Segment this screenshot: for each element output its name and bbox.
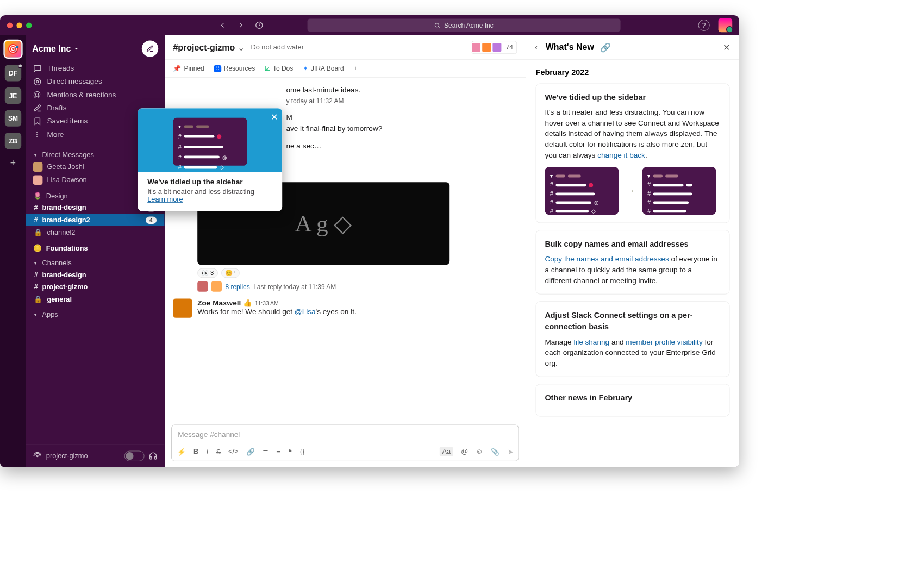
unread-badge: 4 xyxy=(146,216,157,224)
release-date: February 2022 xyxy=(536,68,730,78)
send-button[interactable]: ➤ xyxy=(508,448,513,456)
lock-icon: 🔒 xyxy=(34,295,42,303)
channel-item[interactable]: 🔒channel2 xyxy=(26,226,164,239)
workspace-tile[interactable]: JE xyxy=(5,87,21,104)
shortcuts-icon[interactable]: ⚡ xyxy=(177,448,186,456)
whats-new-card: We've tidied up the sidebar It's a bit n… xyxy=(536,84,730,223)
file-sharing-link[interactable]: file sharing xyxy=(573,337,609,346)
chevron-down-icon xyxy=(73,46,79,51)
bold-button[interactable]: B xyxy=(193,448,198,455)
add-bookmark-button[interactable]: + xyxy=(353,65,357,72)
channel-item[interactable]: #project-gizmo xyxy=(26,281,164,293)
maximize-window-icon[interactable] xyxy=(26,22,32,28)
learn-more-link[interactable]: Learn more xyxy=(147,196,183,203)
hash-icon: # xyxy=(34,216,38,224)
caret-icon: ▼ xyxy=(33,152,38,158)
user-avatar[interactable] xyxy=(719,18,733,33)
huddle-bar: project-gizmo xyxy=(26,445,164,467)
huddle-toggle[interactable] xyxy=(124,451,145,461)
codeblock-button[interactable]: {} xyxy=(300,448,305,455)
strike-button[interactable]: S̶ xyxy=(216,448,221,456)
avatar xyxy=(173,299,192,318)
nav-direct-messages[interactable]: Direct messages xyxy=(26,75,164,88)
format-toggle[interactable]: Aa xyxy=(440,447,453,456)
emoji-button[interactable]: ☺ xyxy=(476,448,483,455)
channel-topic[interactable]: Do not add water xyxy=(251,43,303,51)
chevron-down-icon: ⌄ xyxy=(238,42,245,52)
history-button[interactable] xyxy=(252,18,266,33)
ordered-list-button[interactable]: ≣ xyxy=(263,448,268,456)
message-timestamp: 11:33 AM xyxy=(255,301,279,307)
composer-toolbar: ⚡ B I S̶ </> 🔗 ≣ ≡ ❝ {} Aa @ ☺ xyxy=(172,445,519,461)
bookmark-jira[interactable]: ✦JIRA Board xyxy=(303,65,344,72)
message-composer[interactable]: Message #channel ⚡ B I S̶ </> 🔗 ≣ ≡ ❝ {}… xyxy=(171,425,519,461)
arrow-right-icon: → xyxy=(626,184,635,198)
search-input[interactable]: Search Acme Inc xyxy=(307,18,620,32)
workspace-tile[interactable]: ZB xyxy=(5,133,21,149)
link-icon[interactable]: 🔗 xyxy=(600,42,611,52)
titlebar: Search Acme Inc ? xyxy=(0,15,739,35)
copy-names-link[interactable]: Copy the names and email addresses xyxy=(545,255,669,263)
card-title: Bulk copy names and email addresses xyxy=(545,239,720,250)
help-button[interactable]: ? xyxy=(698,20,710,31)
message-author[interactable]: Zoe Maxwell xyxy=(197,299,241,307)
mention[interactable]: @Lisa xyxy=(295,308,316,316)
svg-point-3 xyxy=(36,80,39,83)
workspace-menu[interactable]: Acme Inc xyxy=(32,43,79,53)
avatar xyxy=(471,42,482,52)
thread-summary[interactable]: 8 replies Last reply today at 11:39 AM xyxy=(197,281,517,292)
back-button[interactable] xyxy=(215,18,230,33)
italic-button[interactable]: I xyxy=(207,448,209,455)
profile-visibility-link[interactable]: member profile visibility xyxy=(626,337,702,346)
whats-new-card: Other news in February xyxy=(536,384,730,416)
add-reaction-button[interactable]: 😊⁺ xyxy=(221,268,240,278)
attach-button[interactable]: 📎 xyxy=(491,448,500,456)
section-apps[interactable]: ▼Apps xyxy=(26,305,164,320)
members-button[interactable]: 74 xyxy=(471,41,517,54)
compose-button[interactable] xyxy=(142,40,158,57)
workspace-tile[interactable]: DF xyxy=(5,65,21,81)
avatar xyxy=(33,162,43,172)
nav-mentions[interactable]: @Mentions & reactions xyxy=(26,88,164,102)
channel-item[interactable]: #brand-design24 xyxy=(26,214,164,226)
panel-back-button[interactable]: ‹ xyxy=(535,42,538,52)
minimize-window-icon[interactable] xyxy=(16,22,22,28)
section-foundations[interactable]: 🪙Foundations xyxy=(26,239,164,254)
composer-input[interactable]: Message #channel xyxy=(172,425,519,444)
sidebar: Acme Inc Threads Direct messages @Mentio… xyxy=(26,35,164,467)
bookmark-resources[interactable]: ⠿Resources xyxy=(214,65,255,72)
workspace-tile-acme[interactable]: 🎯 xyxy=(3,40,22,59)
section-channels[interactable]: ▼Channels xyxy=(26,254,164,268)
workspace-tile[interactable]: SM xyxy=(5,110,21,126)
bookmark-todos[interactable]: ☑To Dos xyxy=(265,65,294,72)
whats-new-panel: ‹ What's New 🔗 ✕ February 2022 We've tid… xyxy=(526,35,739,467)
close-panel-button[interactable]: ✕ xyxy=(723,42,731,52)
avatar xyxy=(33,175,43,185)
more-icon: ⋮ xyxy=(33,130,42,139)
search-placeholder: Search Acme Inc xyxy=(444,22,494,29)
link-button[interactable]: 🔗 xyxy=(246,448,255,456)
add-workspace-button[interactable]: + xyxy=(5,155,21,172)
code-button[interactable]: </> xyxy=(228,448,239,455)
quote-button[interactable]: ❝ xyxy=(288,448,292,456)
channel-item[interactable]: #brand-design xyxy=(26,268,164,280)
last-reply: Last reply today at 11:39 AM xyxy=(253,283,336,290)
channel-title[interactable]: #project-gizmo ⌄ xyxy=(173,42,245,52)
lock-icon: 🔒 xyxy=(34,228,42,236)
close-coachmark-button[interactable]: ✕ xyxy=(271,112,278,122)
forward-button[interactable] xyxy=(233,18,248,33)
reaction-eyes[interactable]: 👀 3 xyxy=(197,268,217,278)
unordered-list-button[interactable]: ≡ xyxy=(276,448,280,455)
svg-point-2 xyxy=(34,78,41,85)
tulip-icon: 🌷 xyxy=(33,192,42,200)
dropbox-icon: ⠿ xyxy=(214,65,221,72)
change-it-back-link[interactable]: change it back xyxy=(597,151,645,159)
mention-button[interactable]: @ xyxy=(461,448,468,455)
headphones-icon[interactable] xyxy=(149,452,158,460)
bookmark-pinned[interactable]: 📌Pinned xyxy=(173,65,204,72)
avatar xyxy=(211,281,222,292)
channel-item[interactable]: 🔒general xyxy=(26,293,164,305)
huddle-channel: project-gizmo xyxy=(46,452,88,460)
nav-threads[interactable]: Threads xyxy=(26,62,164,75)
close-window-icon[interactable] xyxy=(7,22,13,28)
